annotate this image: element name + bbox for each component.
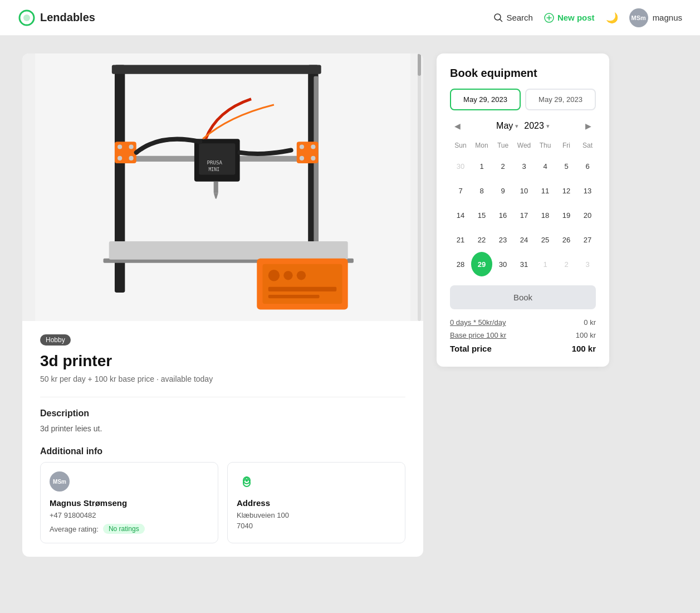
search-label: Search: [506, 13, 533, 22]
svg-point-16: [129, 144, 133, 149]
svg-rect-14: [297, 142, 319, 163]
price-per-day-label[interactable]: 0 days * 50kr/day: [450, 318, 506, 327]
calendar-day[interactable]: 5: [556, 154, 577, 178]
calendar-day[interactable]: 4: [535, 154, 556, 178]
total-value: 100 kr: [572, 344, 596, 353]
calendar-week-0: 30123456: [450, 154, 598, 178]
calendar-day[interactable]: 14: [450, 203, 471, 227]
calendar-day[interactable]: 21: [450, 227, 471, 252]
additional-info-heading: Additional info: [40, 446, 405, 456]
day-header-tue: Tue: [492, 139, 513, 154]
calendar-day[interactable]: 3: [513, 154, 535, 178]
calendar-day[interactable]: 8: [471, 178, 492, 203]
book-button[interactable]: Book: [450, 285, 596, 309]
header-actions: Search New post 🌙 MSm magnus: [493, 8, 682, 27]
user-area[interactable]: MSm magnus: [629, 8, 682, 27]
calendar-day[interactable]: 6: [577, 154, 598, 178]
svg-point-39: [246, 479, 248, 482]
calendar-day[interactable]: 2: [556, 252, 577, 276]
calendar-nav: ◀ May ▾ 2023 ▾ ▶: [450, 119, 596, 133]
day-header-wed: Wed: [513, 139, 535, 154]
calendar-week-1: 78910111213: [450, 178, 598, 203]
svg-point-21: [300, 156, 304, 160]
scrollbar[interactable]: [418, 53, 421, 321]
calendar-day[interactable]: 26: [556, 227, 577, 252]
calendar-day[interactable]: 2: [492, 154, 513, 178]
logo-icon: [18, 9, 36, 27]
calendar-day[interactable]: 19: [556, 203, 577, 227]
calendar-day[interactable]: 30: [492, 252, 513, 276]
calendar-day[interactable]: 9: [492, 178, 513, 203]
base-price-row: Base price 100 kr 100 kr: [450, 331, 596, 339]
logo-area: Lendables: [18, 9, 493, 27]
calendar-day[interactable]: 29: [471, 252, 492, 276]
price-per-day-value: 0 kr: [584, 318, 596, 327]
svg-point-35: [297, 271, 306, 280]
cal-month-chevron: ▾: [515, 123, 518, 130]
header: Lendables Search New post 🌙 MSm magnus: [0, 0, 700, 36]
additional-info-grid: MSm Magnus Strømseng +47 91800482 Averag…: [40, 462, 405, 543]
calendar-day[interactable]: 3: [577, 252, 598, 276]
cal-prev-button[interactable]: ◀: [450, 119, 465, 133]
calendar-day[interactable]: 7: [450, 178, 471, 203]
svg-point-34: [283, 271, 292, 280]
calendar-week-4: 28293031123: [450, 252, 598, 276]
calendar-day[interactable]: 20: [577, 203, 598, 227]
calendar-day[interactable]: 17: [513, 203, 535, 227]
owner-phone: +47 91800482: [50, 511, 209, 519]
calendar-day[interactable]: 15: [471, 203, 492, 227]
svg-point-18: [129, 156, 133, 160]
calendar-day[interactable]: 13: [577, 178, 598, 203]
svg-point-19: [300, 144, 304, 149]
product-title: 3d printer: [40, 352, 405, 370]
dark-mode-button[interactable]: 🌙: [606, 12, 618, 24]
divider-1: [40, 397, 405, 397]
total-label: Total price: [450, 344, 492, 353]
dark-mode-icon: 🌙: [606, 12, 618, 23]
owner-card: MSm Magnus Strømseng +47 91800482 Averag…: [40, 462, 218, 543]
calendar-day[interactable]: 16: [492, 203, 513, 227]
cal-next-button[interactable]: ▶: [581, 119, 596, 133]
owner-name: Magnus Strømseng: [50, 498, 209, 508]
calendar-day[interactable]: 31: [513, 252, 535, 276]
date-selectors: May 29, 2023 May 29, 2023: [450, 89, 596, 110]
location-card: Address Klæbuveien 100 7040: [227, 462, 405, 543]
avatar: MSm: [629, 8, 648, 27]
calendar-day[interactable]: 12: [556, 178, 577, 203]
description-heading: Description: [40, 408, 405, 419]
owner-avatar: MSm: [50, 471, 70, 492]
booking-card: Book equipment May 29, 2023 May 29, 2023…: [437, 53, 609, 367]
calendar-day[interactable]: 25: [535, 227, 556, 252]
price-per-day-row: 0 days * 50kr/day 0 kr: [450, 318, 596, 327]
rating-row: Average rating: No ratings: [50, 524, 209, 534]
calendar-day[interactable]: 24: [513, 227, 535, 252]
calendar-day[interactable]: 22: [471, 227, 492, 252]
calendar-day[interactable]: 27: [577, 227, 598, 252]
calendar-day[interactable]: 28: [450, 252, 471, 276]
calendar-day[interactable]: 18: [535, 203, 556, 227]
calendar-day[interactable]: 23: [492, 227, 513, 252]
calendar-day[interactable]: 1: [535, 252, 556, 276]
calendar-day[interactable]: 30: [450, 154, 471, 178]
calendar-week-2: 14151617181920: [450, 203, 598, 227]
svg-rect-36: [268, 287, 337, 291]
calendar-day[interactable]: 1: [471, 154, 492, 178]
address-title: Address: [237, 498, 396, 508]
end-date-button[interactable]: May 29, 2023: [525, 89, 596, 110]
calendar-day[interactable]: 10: [513, 178, 535, 203]
category-badge: Hobby: [40, 334, 71, 346]
base-price-label[interactable]: Base price 100 kr: [450, 331, 506, 339]
no-ratings-badge: No ratings: [103, 524, 145, 534]
start-date-button[interactable]: May 29, 2023: [450, 89, 521, 110]
new-post-button[interactable]: New post: [544, 13, 595, 23]
calendar-day[interactable]: 11: [535, 178, 556, 203]
calendar-week-3: 21222324252627: [450, 227, 598, 252]
address-line2: 7040: [237, 522, 396, 530]
cal-month: May: [496, 121, 513, 131]
new-post-label: New post: [557, 13, 595, 22]
address-line1: Klæbuveien 100: [237, 511, 396, 519]
search-button[interactable]: Search: [493, 13, 533, 22]
svg-rect-10: [112, 65, 321, 74]
svg-rect-13: [115, 142, 136, 163]
product-image: PRUSA MINI: [22, 53, 423, 321]
